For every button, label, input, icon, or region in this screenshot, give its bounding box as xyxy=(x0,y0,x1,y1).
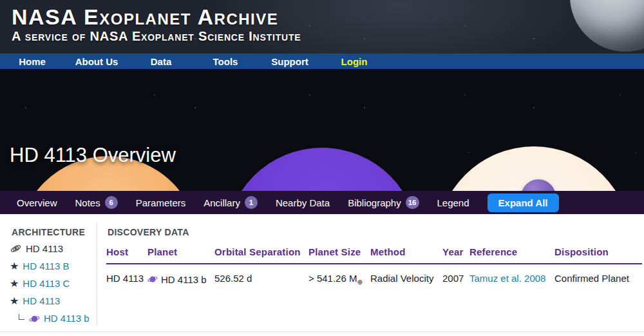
cell-planet-size: > 541.26 M⊕ xyxy=(308,264,370,286)
sidebar-item-star-hd4113b[interactable]: ★ HD 4113 B xyxy=(10,261,97,272)
column-header-planet: Planet xyxy=(147,244,214,264)
nav-item-home[interactable]: Home xyxy=(0,56,64,67)
sidebar-item-system-hd4113[interactable]: HD 4113 xyxy=(10,242,97,255)
nav-item-tools[interactable]: Tools xyxy=(193,56,258,67)
tree-connector xyxy=(19,314,24,320)
sidebar-item-label: HD 4113 xyxy=(26,243,63,255)
discovery-data-panel: DISCOVERY DATA Host Planet Orbital Separ… xyxy=(106,214,642,286)
cell-host: HD 4113 xyxy=(106,264,147,286)
galaxy-icon xyxy=(10,242,22,255)
architecture-heading: ARCHITECTURE xyxy=(12,227,97,237)
nav-item-data[interactable]: Data xyxy=(129,56,193,67)
notes-count-badge: 6 xyxy=(105,196,118,209)
content-area: ARCHITECTURE HD 4113 ★ HD 4113 B ★ HD 41… xyxy=(0,214,644,336)
column-header-host: Host xyxy=(106,244,147,264)
nav-item-about-us[interactable]: About Us xyxy=(64,56,129,67)
tab-parameters[interactable]: Parameters xyxy=(127,191,195,214)
sidebar-item-planet-hd4113b[interactable]: HD 4113 b xyxy=(10,313,97,324)
planet-icon xyxy=(29,313,40,324)
expand-all-button[interactable]: Expand All xyxy=(488,193,559,212)
cell-planet: HD 4113 b xyxy=(147,264,214,286)
ancillary-count-badge: 1 xyxy=(245,196,258,209)
page-title: HD 4113 Overview xyxy=(10,144,176,167)
site-logo[interactable]: NASA Exoplanet Archive A service of NASA… xyxy=(12,5,301,44)
planet-icon xyxy=(147,274,158,284)
star-icon: ★ xyxy=(10,296,19,306)
page: NASA Exoplanet Archive A service of NASA… xyxy=(0,0,644,336)
cell-disposition: Confirmed Planet xyxy=(554,264,642,286)
cell-orbital-separation: 526.52 d xyxy=(214,264,308,286)
page-bottom-divider xyxy=(0,331,644,332)
tab-legend[interactable]: Legend xyxy=(428,191,478,214)
sidebar-item-label: HD 4113 C xyxy=(23,278,70,290)
sidebar-item-star-hd4113[interactable]: ★ HD 4113 xyxy=(10,295,97,307)
reference-link[interactable]: Tamuz et al. 2008 xyxy=(469,273,545,284)
sidebar-item-label: HD 4113 B xyxy=(23,261,69,272)
overview-hero: HD 4113 Overview HD 4113 b HD 4113 B 0.5… xyxy=(0,69,644,191)
star-icon: ★ xyxy=(10,279,19,289)
site-subtitle: A service of NASA Exoplanet Science Inst… xyxy=(12,29,301,44)
main-nav: Home About Us Data Tools Support Login xyxy=(0,54,644,69)
tab-ancillary[interactable]: Ancillary1 xyxy=(194,191,267,214)
tab-bar: Overview Notes6 Parameters Ancillary1 Ne… xyxy=(0,191,644,214)
cell-year: 2007 xyxy=(442,264,469,286)
tab-overview[interactable]: Overview xyxy=(8,191,66,214)
discovery-data-table: Host Planet Orbital Separation Planet Si… xyxy=(106,244,642,286)
nav-item-login[interactable]: Login xyxy=(322,56,386,67)
sidebar-divider xyxy=(97,222,97,326)
star-visual-hd4113c[interactable] xyxy=(225,148,419,191)
column-header-reference: Reference xyxy=(469,244,554,264)
column-header-year: Year xyxy=(442,244,469,264)
site-title: NASA Exoplanet Archive xyxy=(12,5,301,29)
column-header-disposition: Disposition xyxy=(554,244,642,264)
sidebar-item-label: HD 4113 xyxy=(23,295,60,307)
planet-marker-hd4113b[interactable]: HD 4113 b xyxy=(512,177,560,191)
star-icon: ★ xyxy=(10,261,19,272)
tab-bibliography[interactable]: Bibliography16 xyxy=(339,191,428,214)
column-header-planet-size: Planet Size xyxy=(308,244,370,264)
site-header: NASA Exoplanet Archive A service of NASA… xyxy=(0,0,644,54)
discovery-data-heading: DISCOVERY DATA xyxy=(108,227,642,237)
sidebar-item-label: HD 4113 b xyxy=(44,313,90,324)
planet-circle[interactable] xyxy=(521,179,556,191)
column-header-orbital-separation: Orbital Separation xyxy=(214,244,308,264)
tab-notes[interactable]: Notes6 xyxy=(66,191,127,214)
cell-method: Radial Velocity xyxy=(370,264,442,286)
column-header-method: Method xyxy=(370,244,442,264)
bibliography-count-badge: 16 xyxy=(406,196,419,209)
architecture-sidebar: ARCHITECTURE HD 4113 ★ HD 4113 B ★ HD 41… xyxy=(0,214,97,330)
nav-item-support[interactable]: Support xyxy=(258,56,322,67)
sidebar-item-star-hd4113c[interactable]: ★ HD 4113 C xyxy=(10,278,97,290)
tab-nearby-data[interactable]: Nearby Data xyxy=(267,191,339,214)
